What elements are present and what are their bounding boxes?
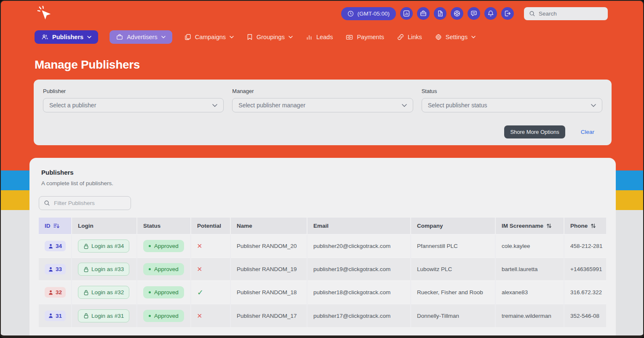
column-header-id[interactable]: ID xyxy=(39,218,72,234)
potential-icon: × xyxy=(197,264,202,274)
status-dot-icon xyxy=(149,291,151,293)
show-more-options-button[interactable]: Shore More Options xyxy=(504,125,565,138)
publisher-phone-cell: 316.672.322 xyxy=(564,281,606,304)
table-header-row: ID Login Status Potential Name Email Com… xyxy=(39,218,606,234)
global-search-input[interactable]: Search xyxy=(524,7,608,20)
login-as-button[interactable]: Login as #33 xyxy=(78,263,129,276)
sort-descending-icon xyxy=(53,223,59,229)
top-bar: (GMT-05:00) xyxy=(1,1,643,24)
login-as-button[interactable]: Login as #32 xyxy=(78,286,129,299)
chevron-down-icon xyxy=(471,36,476,38)
search-icon xyxy=(44,200,50,206)
lock-icon xyxy=(83,313,89,319)
timezone-label: (GMT-05:00) xyxy=(357,11,390,17)
status-badge: Approved xyxy=(143,286,184,298)
publisher-company-cell: Ruecker, Fisher and Roob xyxy=(411,281,495,304)
status-dot-icon xyxy=(149,245,151,247)
filter-publishers-input[interactable]: Filter Publishers xyxy=(39,196,131,210)
status-badge: Approved xyxy=(143,263,184,275)
publisher-company-cell: Lubowitz PLC xyxy=(411,258,495,281)
person-icon xyxy=(48,290,53,295)
potential-icon: ✓ xyxy=(197,288,203,297)
publisher-phone-cell: 352-546-08 xyxy=(564,304,606,327)
nav-item-publishers[interactable]: Publishers xyxy=(35,30,98,44)
status-dot-icon xyxy=(149,268,151,270)
column-header-im-screenname[interactable]: IM Screenname xyxy=(495,218,564,234)
publisher-im-cell: alexane83 xyxy=(495,281,564,304)
nav-item-leads[interactable]: Leads xyxy=(305,30,334,44)
column-header-potential: Potential xyxy=(191,218,230,234)
filter-publishers-placeholder: Filter Publishers xyxy=(54,200,95,206)
publisher-filter-field: Publisher Select a publisher xyxy=(43,88,224,112)
sort-updown-icon xyxy=(591,223,596,229)
publisher-id-badge[interactable]: 32 xyxy=(45,287,66,298)
column-header-company: Company xyxy=(411,218,495,234)
lock-icon xyxy=(83,266,89,272)
bell-icon[interactable] xyxy=(484,7,497,20)
nav-item-links[interactable]: Links xyxy=(396,30,423,44)
main-nav: Publishers Advertisers Campaigns Groupin… xyxy=(35,30,643,44)
status-filter-field: Status Select publisher status xyxy=(422,88,602,112)
chevron-down-icon xyxy=(289,36,293,38)
briefcase-icon[interactable] xyxy=(417,7,430,20)
lock-icon xyxy=(83,243,89,249)
nav-item-advertisers[interactable]: Advertisers xyxy=(110,30,172,44)
publisher-filter-label: Publisher xyxy=(43,88,224,94)
publisher-email-cell: publisher19@clickgotrack.com xyxy=(307,258,411,281)
chevron-down-icon xyxy=(161,36,166,38)
publisher-id-badge[interactable]: 34 xyxy=(45,241,66,251)
clear-filters-link[interactable]: Clear xyxy=(581,129,594,135)
publisher-company-cell: Pfannerstill PLC xyxy=(411,234,495,258)
table-row: 31 Login as #31 Approved × Publisher RAN… xyxy=(39,304,606,327)
publisher-phone-cell: +146365991 xyxy=(564,258,606,281)
chevron-down-icon xyxy=(87,36,91,38)
sort-updown-icon xyxy=(546,223,552,229)
logout-icon[interactable] xyxy=(501,7,514,20)
filter-panel: Publisher Select a publisher Manager Sel… xyxy=(34,80,612,145)
column-header-login: Login xyxy=(72,218,137,234)
status-badge: Approved xyxy=(143,310,184,322)
status-badge: Approved xyxy=(143,240,184,252)
chat-icon[interactable] xyxy=(468,7,480,20)
chart-icon[interactable] xyxy=(400,7,413,20)
document-icon[interactable] xyxy=(434,7,446,20)
nav-item-payments[interactable]: Payments xyxy=(345,30,385,44)
publisher-name-cell: Publisher RANDOM_17 xyxy=(230,304,307,327)
header-icon-group xyxy=(400,7,514,20)
publishers-card: Publishers A complete list of publishers… xyxy=(29,158,616,338)
publisher-phone-cell: 458-212-281 xyxy=(564,234,606,258)
login-as-button[interactable]: Login as #31 xyxy=(78,309,129,322)
app-window: (GMT-05:00) xyxy=(0,0,644,338)
nav-item-groupings[interactable]: Groupings xyxy=(246,30,294,44)
chevron-down-icon xyxy=(230,36,234,38)
publisher-name-cell: Publisher RANDOM_20 xyxy=(230,234,307,258)
column-header-name: Name xyxy=(230,218,307,234)
chevron-down-icon xyxy=(591,104,596,107)
person-icon xyxy=(48,267,53,272)
publisher-id-badge[interactable]: 33 xyxy=(45,264,66,274)
column-header-email: Email xyxy=(307,218,411,234)
app-logo-cursor-icon[interactable] xyxy=(37,5,53,21)
status-filter-label: Status xyxy=(422,88,602,94)
status-dot-icon xyxy=(149,315,151,317)
help-icon[interactable] xyxy=(451,7,463,20)
search-placeholder: Search xyxy=(539,11,557,17)
column-header-status: Status xyxy=(137,218,191,234)
table-row: 32 Login as #32 Approved ✓ Publisher RAN… xyxy=(39,281,606,304)
nav-item-settings[interactable]: Settings xyxy=(434,30,476,44)
status-select[interactable]: Select publisher status xyxy=(422,98,602,112)
nav-item-campaigns[interactable]: Campaigns xyxy=(184,30,235,44)
publisher-email-cell: publisher20@clickgotrack.com xyxy=(307,234,411,258)
publisher-email-cell: publisher18@clickgotrack.com xyxy=(307,281,411,304)
publisher-id-badge[interactable]: 31 xyxy=(45,311,66,321)
manager-select[interactable]: Select publisher manager xyxy=(232,98,413,112)
login-as-button[interactable]: Login as #34 xyxy=(78,240,129,253)
publisher-select[interactable]: Select a publisher xyxy=(43,98,224,112)
column-header-phone[interactable]: Phone xyxy=(564,218,606,234)
publisher-im-cell: tremaine.wilderman xyxy=(495,304,564,327)
clock-icon xyxy=(347,11,354,17)
timezone-badge[interactable]: (GMT-05:00) xyxy=(341,7,396,20)
chevron-down-icon xyxy=(402,104,407,107)
publisher-company-cell: Donnelly-Tillman xyxy=(411,304,495,327)
publishers-card-subtitle: A complete list of publishers. xyxy=(41,180,616,186)
